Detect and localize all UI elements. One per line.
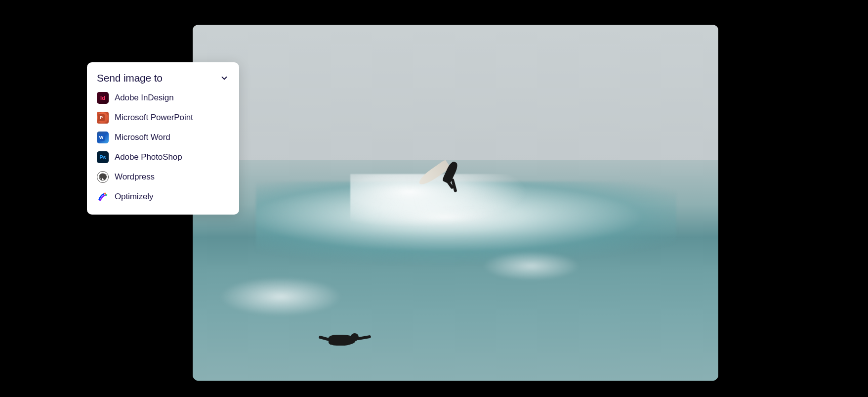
- item-label: Wordpress: [115, 172, 155, 182]
- surfer-photo: [193, 25, 718, 381]
- item-label: Microsoft PowerPoint: [115, 113, 193, 123]
- image-preview[interactable]: [193, 25, 718, 381]
- dropdown-item-powerpoint[interactable]: P Microsoft PowerPoint: [97, 112, 229, 124]
- chevron-down-icon: [219, 73, 229, 83]
- send-image-dropdown: Send image to Id Adobe InDesign P Micros…: [87, 62, 239, 215]
- dropdown-item-photoshop[interactable]: Ps Adobe PhotoShop: [97, 151, 229, 163]
- svg-point-1: [105, 194, 107, 196]
- optimizely-icon: [97, 191, 109, 203]
- dropdown-header[interactable]: Send image to: [97, 72, 229, 84]
- dropdown-item-optimizely[interactable]: Optimizely: [97, 191, 229, 203]
- item-label: Adobe InDesign: [115, 93, 174, 103]
- item-label: Microsoft Word: [115, 132, 170, 142]
- dropdown-item-word[interactable]: W Microsoft Word: [97, 132, 229, 143]
- powerpoint-icon: P: [97, 112, 109, 124]
- word-icon: W: [97, 132, 109, 143]
- dropdown-title: Send image to: [97, 72, 163, 84]
- photoshop-icon: Ps: [97, 151, 109, 163]
- item-label: Adobe PhotoShop: [115, 152, 182, 162]
- item-label: Optimizely: [115, 192, 153, 202]
- indesign-icon: Id: [97, 92, 109, 104]
- dropdown-item-wordpress[interactable]: Wordpress: [97, 171, 229, 183]
- dropdown-list: Id Adobe InDesign P Microsoft PowerPoint…: [97, 92, 229, 203]
- dropdown-item-indesign[interactable]: Id Adobe InDesign: [97, 92, 229, 104]
- wordpress-icon: [97, 171, 109, 183]
